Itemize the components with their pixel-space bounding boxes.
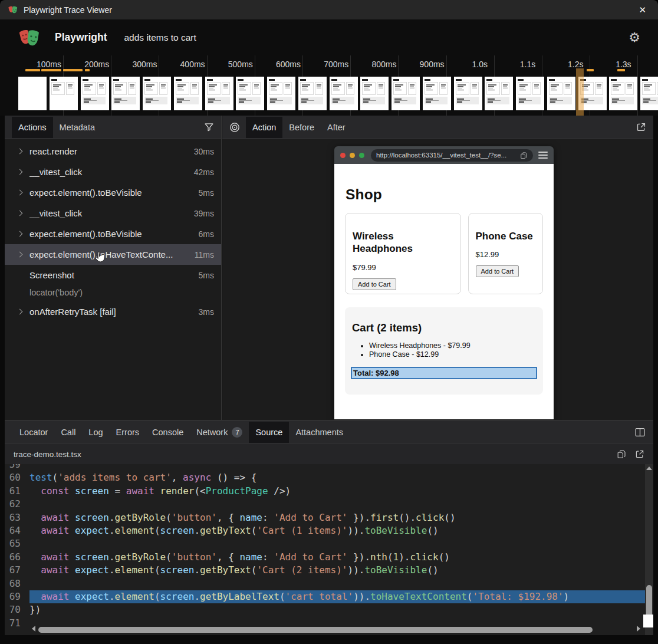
line-number: 66 (5, 551, 29, 564)
tab-after[interactable]: After (321, 117, 352, 138)
traffic-light-red[interactable] (340, 153, 346, 158)
product-name: Wireless Headphones (353, 230, 453, 255)
timeline-selected-range[interactable] (576, 68, 584, 116)
line-number: 64 (5, 524, 29, 537)
thumb-mini-heading (300, 79, 306, 81)
line-number: 65 (5, 537, 29, 550)
source-file-bar: trace-demo.test.tsx (5, 443, 653, 464)
tab-network[interactable]: Network7 (190, 421, 249, 443)
gear-icon[interactable]: ⚙ (629, 31, 640, 44)
chevron-right-icon[interactable] (17, 169, 23, 175)
action-item[interactable]: expect.element().toBeVisible6ms (5, 224, 221, 244)
action-item[interactable]: expect.element().toHaveTextConte...11ms (5, 244, 221, 265)
chevron-right-icon[interactable] (17, 149, 23, 155)
trace-viewer-window: Playwright Trace Viewer ✕ Playwright add… (0, 0, 658, 644)
timeline-thumbnail[interactable] (391, 77, 420, 110)
timeline-thumbnail[interactable] (547, 77, 575, 110)
thumb-mini-heading (83, 79, 88, 81)
chevron-right-icon[interactable] (17, 252, 23, 258)
snapshot-body: http://localhost:63315/__vitest_test__/?… (222, 139, 653, 420)
traffic-light-yellow[interactable] (350, 153, 355, 158)
timeline-thumbnail[interactable] (516, 77, 544, 110)
timeline-thumbnail[interactable] (18, 77, 47, 110)
hscroll-right-arrow[interactable] (637, 626, 640, 632)
timeline-thumbnail[interactable] (360, 77, 389, 110)
vertical-scrollbar[interactable] (645, 464, 653, 635)
action-item[interactable]: expect.element().toBeVisible5ms (5, 182, 221, 203)
open-source-external-icon[interactable] (635, 449, 644, 459)
timeline-thumbnail[interactable] (609, 77, 637, 110)
chevron-right-icon[interactable] (17, 231, 23, 237)
action-item[interactable]: react.render30ms (5, 141, 221, 162)
timeline-strip[interactable]: 100ms200ms300ms400ms500ms600ms700ms800ms… (0, 55, 658, 116)
timeline-thumbnail[interactable] (205, 77, 233, 110)
timeline-thumbnail[interactable] (454, 77, 482, 110)
open-external-icon[interactable] (636, 122, 646, 132)
thumb-mini-heading (642, 79, 648, 81)
code-text: await screen.getByRole('button', { name:… (29, 511, 645, 524)
timeline-thumbnail[interactable] (640, 77, 658, 110)
timeline-thumbnail[interactable] (298, 77, 327, 110)
action-item[interactable]: __vitest_click39ms (5, 203, 221, 224)
line-number: 61 (5, 485, 29, 498)
add-to-cart-button[interactable]: Add to Cart (353, 278, 396, 290)
traffic-light-green[interactable] (359, 153, 364, 158)
close-icon[interactable]: ✕ (635, 5, 650, 15)
tab-before[interactable]: Before (282, 117, 321, 138)
tab-locator[interactable]: Locator (13, 422, 54, 443)
tab-action[interactable]: Action (246, 117, 282, 138)
hamburger-menu-icon[interactable] (538, 150, 548, 160)
action-item[interactable]: Screenshot5ms (5, 265, 221, 285)
product-card: Wireless Headphones$79.99Add to Cart (345, 213, 461, 294)
network-count-badge: 7 (232, 427, 242, 438)
timeline-thumbnail[interactable] (81, 77, 109, 110)
tab-console[interactable]: Console (146, 422, 190, 443)
chevron-right-icon[interactable] (17, 190, 23, 196)
add-to-cart-button[interactable]: Add to Cart (476, 265, 519, 277)
pick-locator-target-icon[interactable] (229, 122, 240, 133)
code-text (29, 577, 645, 590)
timeline-thumbnail[interactable] (485, 77, 513, 110)
action-name: __vitest_click (29, 167, 189, 177)
timeline-thumbnail[interactable] (143, 77, 171, 110)
timeline-action-duration-bar (587, 69, 594, 71)
timeline-thumbnail[interactable] (50, 77, 78, 110)
hscroll-left-arrow[interactable] (32, 626, 35, 632)
timeline-tick-label: 600ms (265, 60, 312, 69)
timeline-thumbnail[interactable] (423, 77, 451, 110)
timeline-thumbnail[interactable] (236, 77, 264, 110)
copy-url-icon[interactable] (520, 152, 528, 159)
line-number: 69 (5, 590, 29, 603)
tab-label: Metadata (60, 123, 95, 132)
filter-icon[interactable] (204, 122, 214, 132)
tab-source[interactable]: Source (249, 422, 289, 443)
tab-errors[interactable]: Errors (110, 422, 146, 443)
product-grid: Wireless Headphones$79.99Add to CartPhon… (345, 213, 543, 294)
tab-label: Before (289, 123, 314, 132)
vscroll-up-arrow[interactable] (646, 466, 652, 470)
tab-label: Network (196, 428, 228, 437)
tab-call[interactable]: Call (54, 422, 82, 443)
action-item[interactable]: onAfterRetryTask [fail]3ms (5, 301, 221, 322)
horizontal-scrollbar-thumb[interactable] (38, 627, 593, 633)
tab-metadata[interactable]: Metadata (53, 117, 101, 138)
thumb-mini-heading (51, 79, 57, 81)
timeline-thumbnail[interactable] (111, 77, 140, 110)
split-view-icon[interactable] (635, 428, 645, 437)
tab-actions[interactable]: Actions (12, 117, 53, 138)
thumb-mini-heading (144, 79, 150, 81)
action-item[interactable]: __vitest_click42ms (5, 162, 221, 182)
tab-attachments[interactable]: Attachments (289, 422, 350, 443)
timeline-thumbnail[interactable] (330, 77, 358, 110)
tab-log[interactable]: Log (82, 422, 109, 443)
timeline-thumbnail[interactable] (267, 77, 295, 110)
chevron-right-icon[interactable] (17, 309, 23, 315)
action-duration: 6ms (199, 229, 214, 239)
product-card: Phone Case$12.99Add to Cart (468, 213, 544, 294)
address-bar[interactable]: http://localhost:63315/__vitest_test__/?… (371, 149, 533, 162)
copy-icon[interactable] (617, 449, 626, 459)
timeline-thumbnail[interactable] (174, 77, 202, 110)
line-number: 63 (5, 511, 29, 524)
chevron-right-icon[interactable] (17, 211, 23, 216)
action-name: __vitest_click (29, 208, 189, 218)
